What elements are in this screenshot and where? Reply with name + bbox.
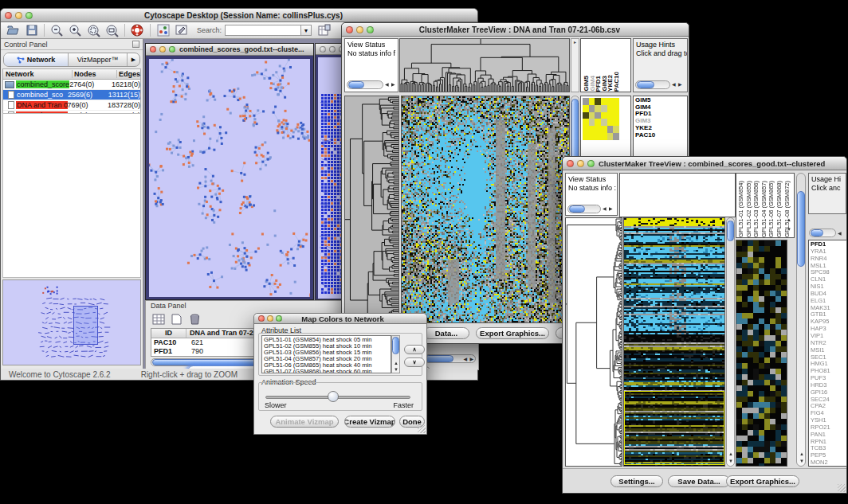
matrix-cell[interactable] <box>595 119 601 126</box>
network-list-item[interactable]: combined_sco2569(6)13112(15) <box>3 90 140 100</box>
network-list-item[interactable]: DNA and Tran 07769(0)183728(0) <box>3 100 140 111</box>
matrix-cell[interactable] <box>607 119 614 126</box>
zoom-heatmap-canvas[interactable] <box>736 240 787 466</box>
usage-hints-hscrollbar[interactable] <box>809 229 836 237</box>
matrix-cell[interactable] <box>583 105 589 112</box>
birdseye-view[interactable] <box>2 279 141 365</box>
view-status-hscrollbar[interactable] <box>347 80 383 89</box>
float-panel-icon[interactable] <box>132 41 139 48</box>
resize-grip[interactable] <box>418 425 426 433</box>
move-down-button[interactable]: ∨ <box>404 357 425 367</box>
tab-overflow-arrow[interactable]: ▶ <box>127 53 139 66</box>
zoom-window-icon[interactable] <box>169 46 175 53</box>
matrix-cell[interactable] <box>589 112 595 119</box>
zoom-window-icon[interactable] <box>587 160 595 167</box>
attribute-list-vscrollbar[interactable]: ▲▼ <box>391 335 400 373</box>
help-lifering-icon[interactable] <box>130 23 145 37</box>
matrix-cell[interactable] <box>613 98 619 105</box>
matrix-cell[interactable] <box>607 98 614 105</box>
matrix-cell[interactable] <box>583 133 589 140</box>
column-dendrogram-canvas[interactable] <box>400 39 569 92</box>
close-icon[interactable] <box>320 46 326 53</box>
attribute-list-item[interactable]: GPL51-07 (GSM868) heat shock 60 min <box>264 369 389 373</box>
usage-hints-hscrollbar[interactable] <box>635 80 670 89</box>
matrix-cell[interactable] <box>613 112 619 119</box>
data-panel-hscrollbar-right[interactable]: ◀ ▶ <box>423 354 476 363</box>
matrix-cell[interactable] <box>601 126 607 133</box>
matrix-cell[interactable] <box>583 98 589 105</box>
zoom-fit-icon[interactable] <box>104 23 120 37</box>
save-icon[interactable] <box>24 23 39 37</box>
matrix-cell[interactable] <box>583 126 589 133</box>
create-vizmap-button[interactable]: Create Vizmap <box>344 416 395 428</box>
table-icon[interactable] <box>151 312 166 326</box>
close-icon[interactable] <box>567 160 574 167</box>
close-icon[interactable] <box>5 12 12 19</box>
dialog-title-bar[interactable]: Map Colors to Network <box>254 314 426 324</box>
zoom-window-icon[interactable] <box>367 26 374 33</box>
main-title-bar[interactable]: Cytoscape Desktop (Session Name: collins… <box>1 9 477 22</box>
matrix-cell[interactable] <box>595 126 601 133</box>
treeview-combined-title-bar[interactable]: ClusterMaker TreeView : combined_scores_… <box>563 157 846 170</box>
minimize-icon[interactable] <box>577 160 584 167</box>
network-view-canvas[interactable] <box>149 59 310 297</box>
view-status-hscrollbar[interactable] <box>567 205 601 213</box>
vizmap-nodes-icon[interactable] <box>155 23 171 37</box>
matrix-cell[interactable] <box>595 105 601 112</box>
minimize-icon[interactable] <box>356 26 363 33</box>
heatmap-vscrollbar[interactable]: ▲▼ <box>726 217 735 467</box>
annotation-icon[interactable] <box>174 23 189 37</box>
delete-attribute-icon[interactable] <box>187 312 202 326</box>
close-icon[interactable] <box>258 315 265 322</box>
attribute-list[interactable]: GPL51-01 (GSM854) heat shock 05 minGPL51… <box>261 335 391 373</box>
open-file-icon[interactable] <box>6 23 21 37</box>
col-network[interactable]: Network <box>3 70 73 78</box>
export-graphics-button[interactable]: Export Graphics... <box>476 327 549 339</box>
matrix-cell[interactable] <box>595 133 601 140</box>
col-nodes[interactable]: Nodes <box>73 70 117 78</box>
minimize-icon[interactable] <box>267 315 273 322</box>
zoom-window-icon[interactable] <box>276 315 282 322</box>
search-input[interactable] <box>225 25 301 36</box>
matrix-cell[interactable] <box>589 133 595 140</box>
minimize-icon[interactable] <box>15 12 22 19</box>
matrix-cell[interactable] <box>595 98 601 105</box>
col-edges[interactable]: Edges <box>117 70 140 78</box>
tab-vizmapper[interactable]: VizMapper™ <box>69 53 127 66</box>
move-up-button[interactable]: ∧ <box>404 345 425 354</box>
matrix-cell[interactable] <box>583 119 589 126</box>
heatmap-canvas[interactable] <box>624 218 724 466</box>
resize-grip[interactable] <box>838 484 846 492</box>
matrix-cell[interactable] <box>607 105 614 112</box>
minimize-icon[interactable] <box>159 46 166 53</box>
matrix-cell[interactable] <box>601 98 607 105</box>
matrix-cell[interactable] <box>607 126 614 133</box>
matrix-cell[interactable] <box>601 119 607 126</box>
import-table-icon[interactable] <box>316 23 332 37</box>
labels-vscrollbar[interactable]: ▲▼ <box>796 173 806 467</box>
matrix-cell[interactable] <box>613 105 619 112</box>
matrix-cell[interactable] <box>601 112 607 119</box>
matrix-cell[interactable] <box>613 119 619 126</box>
matrix-cell[interactable] <box>595 112 601 119</box>
minimize-icon[interactable] <box>329 46 336 53</box>
treeview-dna-title-bar[interactable]: ClusterMaker TreeView : DNA and Tran 07-… <box>342 23 689 37</box>
zoom-matrix[interactable] <box>583 98 619 140</box>
tab-network[interactable]: Network <box>4 53 69 66</box>
close-icon[interactable] <box>346 26 353 33</box>
settings-button[interactable]: Settings... <box>610 475 663 487</box>
export-graphics-button[interactable]: Export Graphics... <box>726 475 799 487</box>
new-attribute-icon[interactable] <box>169 312 184 326</box>
network-list-item[interactable]: combined_scores_2764(0)16218(0) <box>3 80 140 90</box>
close-icon[interactable] <box>150 46 156 53</box>
zoom-window-icon[interactable] <box>26 12 33 19</box>
save-data-button[interactable]: Data... <box>423 327 469 339</box>
birdseye-canvas[interactable] <box>3 280 140 365</box>
matrix-cell[interactable] <box>613 133 619 140</box>
animate-vizmap-button[interactable]: Animate Vizmap <box>270 416 339 428</box>
matrix-cell[interactable] <box>589 126 595 133</box>
matrix-cell[interactable] <box>589 98 595 105</box>
save-data-button[interactable]: Save Data... <box>668 475 730 487</box>
matrix-cell[interactable] <box>607 133 614 140</box>
matrix-cell[interactable] <box>589 119 595 126</box>
